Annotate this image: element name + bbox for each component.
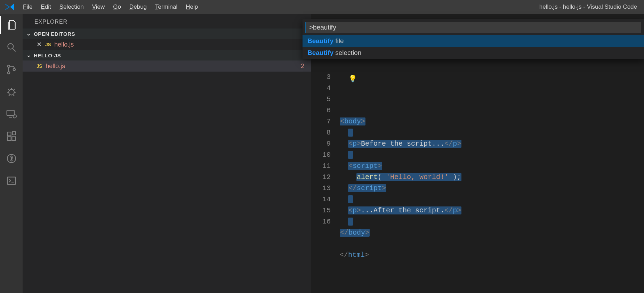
svg-point-3 <box>7 72 10 74</box>
line-number: 12 <box>311 172 331 183</box>
menu-terminal[interactable]: Terminal <box>151 3 182 10</box>
code-line[interactable]: </body> <box>340 227 644 238</box>
sidebar-title: EXPLORER <box>23 14 311 29</box>
code-line[interactable] <box>340 127 644 138</box>
svg-rect-8 <box>7 132 11 136</box>
line-number: 3 <box>311 72 331 83</box>
menu-file[interactable]: File <box>19 3 37 10</box>
code-line[interactable]: <p>...After the script.</p> <box>340 205 644 216</box>
explorer-icon[interactable] <box>5 19 18 31</box>
code-line[interactable] <box>340 238 644 250</box>
line-number: 13 <box>311 183 331 194</box>
js-file-icon: JS <box>37 63 42 69</box>
menu-help[interactable]: Help <box>182 3 202 10</box>
code-line[interactable]: <p>Before the script...</p> <box>340 138 644 149</box>
extensions-icon[interactable] <box>5 130 18 143</box>
line-number: 11 <box>311 161 331 172</box>
svg-point-14 <box>11 160 12 161</box>
code-line[interactable] <box>340 105 644 116</box>
code-line[interactable] <box>340 149 644 161</box>
code-line[interactable] <box>340 194 644 205</box>
git-graph-icon[interactable] <box>5 152 18 165</box>
remote-icon[interactable] <box>5 108 18 120</box>
title-bar: FileEditSelectionViewGoDebugTerminalHelp… <box>0 0 644 14</box>
line-number: 9 <box>311 138 331 149</box>
line-number: 14 <box>311 194 331 205</box>
svg-point-5 <box>9 89 14 95</box>
vscode-logo-icon <box>5 2 15 12</box>
line-number: 7 <box>311 116 331 127</box>
open-editor-item[interactable]: ✕ JS hello.js <box>23 39 311 50</box>
svg-point-7 <box>13 115 16 118</box>
folder-header[interactable]: ⌄ HELLO-JS <box>23 50 311 60</box>
chevron-down-icon: ⌄ <box>26 52 32 58</box>
open-editors-header[interactable]: ⌄ OPEN EDITORS <box>23 29 311 39</box>
open-editor-filename: hello.js <box>54 41 74 48</box>
window-title: hello.js - hello-js - Visual Studio Code <box>539 3 637 10</box>
svg-rect-15 <box>7 177 16 184</box>
svg-rect-10 <box>12 137 16 140</box>
menu-view[interactable]: View <box>88 3 109 10</box>
line-number: 15 <box>311 205 331 216</box>
line-number: 5 <box>311 94 331 105</box>
palette-item[interactable]: Beautify selection <box>303 47 644 59</box>
open-editors-label: OPEN EDITORS <box>34 31 75 37</box>
file-tree-item[interactable]: JS hello.js 2 <box>23 60 311 72</box>
search-icon[interactable] <box>5 41 18 54</box>
explorer-sidebar: EXPLORER ⌄ OPEN EDITORS ✕ JS hello.js ⌄ … <box>23 14 311 293</box>
file-tree-filename: hello.js <box>46 63 65 70</box>
command-palette: Beautify fileBeautify selection <box>303 19 644 59</box>
menu-debug[interactable]: Debug <box>125 3 151 10</box>
svg-point-4 <box>13 68 15 71</box>
menu-go[interactable]: Go <box>109 3 125 10</box>
lightbulb-icon[interactable]: 💡 <box>348 74 357 85</box>
close-icon[interactable]: ✕ <box>37 41 42 48</box>
line-number: 6 <box>311 105 331 116</box>
code-line[interactable]: <script> <box>340 161 644 172</box>
line-number: 4 <box>311 83 331 94</box>
code-line[interactable]: </html> <box>340 250 644 261</box>
debug-icon[interactable] <box>5 86 18 98</box>
svg-point-2 <box>7 65 10 67</box>
folder-label: HELLO-JS <box>34 52 61 58</box>
line-number: 16 <box>311 216 331 227</box>
problems-count: 2 <box>301 63 304 70</box>
svg-point-0 <box>8 43 13 49</box>
source-control-icon[interactable] <box>5 63 18 76</box>
chevron-down-icon: ⌄ <box>26 31 32 37</box>
activity-bar <box>0 14 23 293</box>
code-line[interactable]: <body> <box>340 116 644 127</box>
line-number: 10 <box>311 149 331 161</box>
code-line[interactable]: alert( 'Hello, world!' ); <box>340 172 644 183</box>
terminal-panel-icon[interactable] <box>5 174 18 187</box>
palette-item[interactable]: Beautify file <box>303 35 644 47</box>
line-number: 8 <box>311 127 331 138</box>
js-file-icon: JS <box>45 42 51 47</box>
svg-line-1 <box>13 49 16 51</box>
svg-rect-9 <box>7 137 11 140</box>
code-line[interactable] <box>340 216 644 227</box>
menu-edit[interactable]: Edit <box>37 3 55 10</box>
svg-rect-11 <box>12 132 15 135</box>
svg-rect-6 <box>7 110 14 115</box>
code-line[interactable]: </script> <box>340 183 644 194</box>
command-palette-input[interactable] <box>305 22 641 33</box>
menu-selection[interactable]: Selection <box>55 3 88 10</box>
